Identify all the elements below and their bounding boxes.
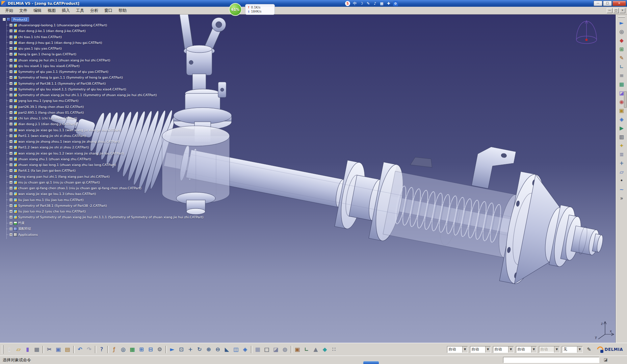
tree-item[interactable]: + Symmetry of Part38.1 (Symmetry of Part… [5, 203, 204, 208]
menu-item[interactable]: 视图 [45, 7, 59, 14]
expand-icon[interactable]: + [9, 59, 12, 62]
expand-icon[interactable]: + [9, 122, 12, 125]
tree-item[interactable]: + chi lun zhou.1 (chi lun zhou.CATPart) [5, 115, 204, 121]
tree-item[interactable]: + wan xiang jie xiao ge lou.1.3 (zhou ba… [5, 191, 204, 197]
expand-icon[interactable]: + [9, 117, 12, 120]
pan-icon[interactable]: + [186, 345, 195, 354]
expand-icon[interactable]: + [9, 204, 12, 207]
tree-item[interactable]: + Symmetry of Symmetry of zhuan xiang ji… [5, 214, 204, 220]
more-tools-icon[interactable]: » [618, 194, 626, 202]
expand-icon[interactable]: + [9, 24, 12, 27]
close-button[interactable]: × [612, 1, 626, 6]
tree-item[interactable]: + dian dong ji-ke.1 (dian dong ji-ke.CAT… [5, 28, 204, 34]
paste-icon[interactable]: ▤ [63, 345, 72, 354]
mass-properties-icon[interactable]: ▲ [311, 345, 320, 354]
ime-keyboard-icon[interactable]: ▦ [380, 1, 384, 6]
product-structure-icon[interactable]: ⊞ [137, 345, 146, 354]
ime-voice-icon[interactable]: ♪ [373, 1, 377, 6]
chevron-down-icon[interactable]: ▼ [577, 346, 582, 353]
tree-item[interactable]: + Part1.1 (wan xiang jie shi zi zhou.CAT… [5, 133, 204, 139]
measure-tool-icon[interactable]: ≡ [618, 72, 626, 80]
3d-viewport[interactable]: z x y − Product2 + [0, 15, 616, 343]
toolbar-separator[interactable] [94, 345, 97, 354]
open-folder-icon[interactable]: ▱ [14, 345, 23, 354]
menu-item[interactable]: 文件 [16, 7, 30, 14]
design-table-icon[interactable]: ▦ [128, 345, 137, 354]
expand-icon[interactable]: + [9, 140, 12, 143]
expand-icon[interactable]: + [9, 192, 12, 195]
expand-icon[interactable]: + [9, 53, 12, 56]
tree-item[interactable]: + 约束 [5, 220, 204, 226]
chevron-down-icon[interactable]: ▼ [508, 346, 514, 353]
tree-item[interactable]: + zhuan xiang qi-lao long.1 (zhuan xiang… [5, 162, 204, 168]
menu-item[interactable]: 窗口 [101, 7, 115, 14]
expand-icon[interactable]: + [9, 210, 12, 213]
expand-icon[interactable]: + [9, 35, 12, 38]
expand-icon[interactable]: + [9, 158, 12, 161]
tree-item[interactable]: + qiu lou xiao4.1 (qiu lou xiao4.CATPart… [5, 63, 204, 69]
mdi-close-button[interactable]: × [620, 8, 625, 13]
minimize-button[interactable]: — [594, 1, 602, 6]
expand-icon[interactable]: + [9, 216, 12, 219]
menu-item[interactable]: 插入 [59, 7, 73, 14]
search-icon[interactable]: ◎ [119, 345, 128, 354]
expand-icon[interactable]: + [9, 187, 12, 190]
chevron-down-icon[interactable]: ▼ [462, 346, 468, 353]
constraints-tool-icon[interactable]: ∟ [618, 63, 626, 71]
tree-item[interactable]: + wan xiang jie zhong zhou.1 (wan xiang … [5, 139, 204, 144]
expand-icon[interactable]: + [9, 93, 12, 96]
tree-item[interactable]: + fang xiang pan hui zhi.1 (fang xiang p… [5, 174, 204, 179]
chevron-down-icon[interactable]: ▼ [531, 346, 537, 353]
mdi-minimize-button[interactable]: — [607, 8, 612, 13]
zoom-in-icon[interactable]: ⊕ [204, 345, 213, 354]
render-style-icon[interactable]: ◪ [271, 345, 280, 354]
toolbar-separator[interactable] [290, 345, 293, 354]
menu-item[interactable]: 编辑 [30, 7, 45, 14]
tree-item[interactable]: + yqng luo mu.1 (yqng luo mu.CATPart) [5, 98, 204, 104]
tree-item[interactable]: + heng la gan.1 (heng la gan.CATPart) [5, 51, 204, 57]
tree-item[interactable]: + dian dong ji.1 (dian dong ji.CATPart) [5, 121, 204, 127]
fit-all-icon[interactable]: ⊡ [177, 345, 186, 354]
dmu-review-icon[interactable]: ◈ [618, 115, 626, 123]
expand-icon[interactable]: + [9, 169, 12, 172]
toolbar-scrollbar[interactable] [624, 91, 627, 108]
expand-icon[interactable]: + [9, 181, 12, 184]
axis-system-icon[interactable]: + [618, 159, 626, 167]
expand-icon[interactable]: + [9, 129, 12, 132]
tree-item[interactable]: + Applications [5, 232, 204, 237]
shaded-view-icon[interactable]: ■ [253, 345, 262, 354]
tree-root-label[interactable]: Product2 [11, 17, 29, 22]
cut-icon[interactable]: ✂ [45, 345, 54, 354]
auto-update-combo[interactable]: 自动 ▼ [516, 346, 537, 353]
save-icon[interactable]: ▮ [23, 345, 32, 354]
copy-icon[interactable]: ▣ [54, 345, 63, 354]
apply-material-icon[interactable]: ◆ [320, 345, 329, 354]
expand-icon[interactable]: + [9, 233, 12, 236]
wrench-icon[interactable]: ⚙ [393, 1, 398, 6]
toolbar-separator[interactable] [42, 345, 45, 354]
light-icon[interactable]: ✦ [618, 142, 626, 150]
wireframe-view-icon[interactable]: □ [262, 345, 271, 354]
tree-item[interactable]: + Symmetry of Part38.1.1 (Symmetry of Pa… [5, 81, 204, 86]
accelerator-ball[interactable]: 61% [229, 3, 242, 16]
expand-icon[interactable]: + [9, 41, 12, 44]
sketcher-icon[interactable]: ✎ [618, 54, 626, 62]
graph-tree-icon[interactable]: ⊟ [146, 345, 155, 354]
tree-item[interactable]: + 装配特征 [5, 226, 204, 232]
ime-toolbar[interactable]: S 中 ☽ ✎ ♪ ▦ ✚ ⚙ [345, 1, 398, 6]
restore-button[interactable]: □ [603, 1, 612, 6]
whats-this-icon[interactable]: ? [97, 345, 106, 354]
toolbar-separator[interactable] [164, 345, 167, 354]
expand-icon[interactable]: + [9, 146, 12, 149]
expand-icon[interactable]: + [9, 227, 12, 230]
tree-item[interactable]: + Symmetry of qiu lou xiao4.1.1 (Symmetr… [5, 86, 204, 92]
expand-icon[interactable]: + [9, 82, 12, 85]
hide-show-icon[interactable]: ◍ [281, 345, 289, 354]
tree-item[interactable]: + dian dong ji-hou gai.1 (dian dong ji-h… [5, 40, 204, 46]
fly-through-icon[interactable]: ► [618, 19, 626, 27]
menu-item[interactable]: 帮助 [115, 7, 130, 14]
multi-view-icon[interactable]: ◫ [232, 345, 240, 354]
print-icon[interactable]: ▩ [32, 345, 41, 354]
menu-item[interactable]: 工具 [73, 7, 87, 14]
ime-cn-mode-icon[interactable]: 中 [352, 1, 357, 6]
